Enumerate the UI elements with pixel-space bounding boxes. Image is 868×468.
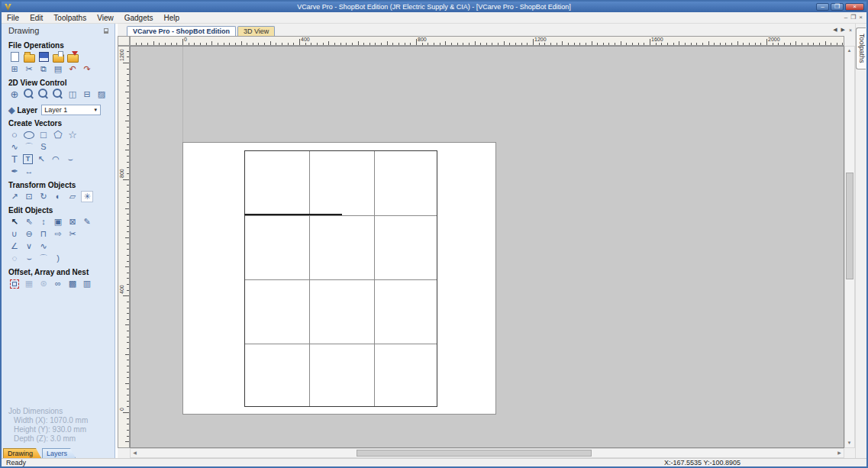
draw-quill-icon[interactable]: ✒ (8, 166, 21, 177)
measure-icon[interactable]: ✎ (81, 216, 93, 228)
ruler-tick (644, 43, 644, 45)
zoom-selected-icon[interactable]: ◫ (66, 89, 79, 100)
set-size-icon[interactable]: ⊡ (23, 191, 35, 202)
zoom-interactive-icon[interactable] (23, 89, 35, 100)
close-doc-tab-icon[interactable]: × (849, 27, 852, 33)
menu-view[interactable]: View (92, 13, 119, 23)
trim-vectors-icon[interactable]: ✂ (66, 228, 79, 240)
maximize-button[interactable]: ❐ (831, 3, 844, 11)
scroll-right-icon[interactable]: ▶ (835, 449, 844, 457)
menu-edit[interactable]: Edit (24, 13, 48, 23)
zoom-box-icon[interactable] (37, 89, 50, 100)
create-text-icon[interactable]: T (8, 153, 21, 165)
menu-help[interactable]: Help (158, 13, 185, 23)
close-button[interactable]: × (845, 3, 864, 11)
minimize-button[interactable]: – (816, 3, 829, 11)
job-setup-icon[interactable]: ⊞ (8, 63, 21, 75)
ruler-tick (127, 167, 129, 168)
menu-gadgets[interactable]: Gadgets (119, 13, 159, 23)
undo-icon[interactable]: ↶ (66, 63, 79, 75)
copy-icon[interactable]: ⧉ (37, 63, 50, 75)
layer-dropdown[interactable]: Layer 1▼ (41, 105, 101, 115)
document-tab-vcarve-pro-shopbot-edition[interactable]: VCarve Pro - ShopBot Edition (127, 26, 236, 36)
draw-circle-icon[interactable]: ○ (8, 129, 21, 140)
redo-icon[interactable]: ↷ (81, 63, 93, 75)
toggle-3d-view-icon[interactable]: ▨ (95, 89, 108, 100)
join-smooth-icon[interactable]: ∿ (37, 240, 50, 252)
object-properties-icon[interactable]: ▣ (52, 216, 64, 228)
mdi-close-button[interactable]: × (859, 15, 863, 21)
align-objects-icon[interactable]: ✳ (81, 191, 93, 202)
array-copy-icon[interactable]: ▦ (23, 278, 35, 289)
text-arch-icon[interactable]: ⌣ (64, 153, 76, 165)
import-vectors-icon[interactable] (52, 51, 64, 63)
save-file-icon[interactable] (37, 51, 50, 63)
panel-tab-layers[interactable]: Layers (42, 448, 76, 458)
horizontal-scrollbar[interactable]: ◀ ▶ (130, 448, 844, 458)
draw-polyline-icon[interactable]: ∿ (8, 141, 21, 153)
vertical-scroll-thumb[interactable] (846, 173, 853, 279)
draw-ellipse-icon[interactable] (23, 129, 35, 140)
open-file-icon[interactable] (23, 51, 35, 63)
text-box-icon[interactable]: T (23, 154, 33, 164)
zoom-extents-icon[interactable] (52, 89, 64, 100)
ruler-tick (498, 43, 499, 45)
zoom-previous-icon[interactable]: ⊟ (81, 89, 93, 100)
tab-toolpaths[interactable]: Toolpaths (856, 27, 866, 69)
next-doc-tab-icon[interactable]: ▶ (841, 27, 845, 33)
offset-shape-icon[interactable]: ⇨ (52, 228, 64, 240)
draw-star-icon[interactable]: ☆ (66, 129, 79, 140)
fit-curves-icon[interactable]: ⌒ (37, 253, 50, 264)
prev-doc-tab-icon[interactable]: ◀ (833, 27, 837, 33)
mirror-icon[interactable]: ◐ (52, 191, 64, 202)
dimension-icon[interactable]: ↔ (23, 166, 35, 177)
export-vectors-icon[interactable] (66, 51, 79, 63)
ruler-tick (229, 43, 230, 45)
offset-vectors-icon[interactable] (8, 278, 21, 289)
join-fillet-icon[interactable]: ∨ (23, 240, 35, 252)
nesting-icon[interactable]: ▩ (66, 278, 79, 289)
new-file-icon[interactable] (8, 51, 21, 63)
pan-icon[interactable]: ⊕ (8, 89, 21, 100)
document-tab-3d-view[interactable]: 3D View (237, 26, 275, 36)
node-editing-icon[interactable]: ⇖ (23, 216, 35, 228)
menu-toolpaths[interactable]: Toolpaths (48, 13, 92, 23)
draw-rectangle-icon[interactable]: □ (37, 129, 50, 140)
panel-tab-drawing[interactable]: Drawing (3, 448, 41, 458)
paste-icon[interactable]: ▤ (52, 63, 64, 75)
draw-curve-icon[interactable]: S (37, 141, 50, 153)
pin-icon[interactable] (104, 28, 108, 34)
cut-icon[interactable]: ✂ (23, 63, 35, 75)
menu-file[interactable]: File (2, 13, 24, 23)
scroll-left-icon[interactable]: ◀ (131, 449, 139, 457)
weld-vectors-icon[interactable]: ∪ (8, 228, 21, 240)
copy-along-vectors-icon[interactable]: ∞ (52, 278, 64, 289)
text-select-icon[interactable]: ↖ (35, 153, 47, 165)
fit-arcs-icon[interactable]: ⌣ (23, 253, 35, 264)
drawing-canvas[interactable] (130, 46, 844, 448)
join-sharp-icon[interactable]: ∠ (8, 240, 21, 252)
ruler-tick (127, 115, 129, 116)
vertical-scrollbar[interactable]: ▲ ▼ (844, 46, 855, 448)
ruler-tick (434, 43, 434, 45)
scroll-down-icon[interactable]: ▼ (845, 439, 853, 447)
circular-array-icon[interactable]: ⊛ (37, 278, 50, 289)
scroll-up-icon[interactable]: ▲ (845, 47, 853, 55)
true-shape-nesting-icon[interactable]: ▥ (81, 278, 93, 289)
interactive-selection-icon[interactable]: ↕ (37, 216, 50, 228)
delete-duplicates-icon[interactable]: ⊠ (66, 216, 79, 228)
fit-lines-icon[interactable]: ) (52, 253, 64, 264)
move-selection-icon[interactable]: ↗ (8, 191, 21, 202)
draw-polygon-icon[interactable]: ⬠ (52, 129, 64, 140)
mdi-restore-button[interactable]: ❐ (850, 15, 856, 21)
mdi-minimize-button[interactable]: – (844, 15, 847, 21)
subtract-vectors-icon[interactable]: ⊖ (23, 228, 35, 240)
keep-overlap-icon[interactable]: ⊓ (37, 228, 50, 240)
rotate-icon[interactable]: ↻ (37, 191, 50, 202)
distort-icon[interactable]: ▱ (66, 191, 79, 202)
select-vectors-icon[interactable]: ↖ (8, 216, 21, 228)
draw-arc-icon[interactable]: ⌒ (23, 141, 35, 153)
horizontal-scroll-thumb[interactable] (357, 450, 592, 457)
close-vector-icon[interactable]: ◌ (8, 253, 21, 264)
text-on-curve-icon[interactable]: ◠ (50, 153, 62, 165)
